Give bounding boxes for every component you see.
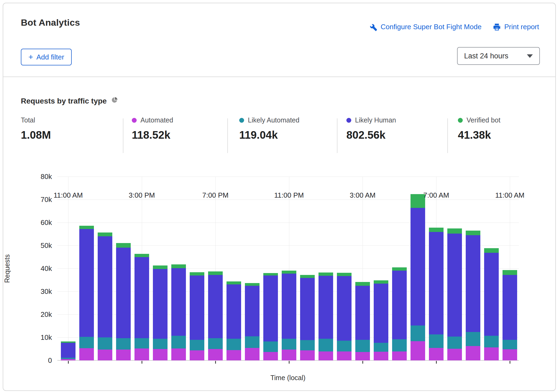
bar-group-13[interactable] [300,177,315,360]
bar-group-17[interactable] [374,177,388,360]
wrench-icon [369,23,378,31]
bar-segment-likely-automated [153,339,168,349]
bar-segment-automated [227,350,241,360]
page-title: Bot Analytics [21,17,80,28]
bar-segment-likely-automated [300,340,315,350]
bar-group-3[interactable] [116,177,131,360]
x-tick-label: 7:00 AM [423,191,449,200]
add-filter-label: Add filter [37,53,64,61]
bar-group-16[interactable] [355,177,370,360]
print-report-link[interactable]: Print report [493,23,539,31]
bar-segment-automated [263,352,278,360]
legend-dot [132,118,137,123]
bar-segment-likely-human [79,229,94,337]
bar-segment-verified-bot [227,281,241,284]
bar-segment-automated [282,350,296,360]
stat-likely-human[interactable]: Likely Human802.56k [346,116,396,141]
add-filter-button[interactable]: + Add filter [21,49,72,65]
y-tick-label: 60k [19,218,52,227]
bar-segment-automated [300,350,315,360]
bar-segment-likely-human [171,268,186,336]
bar-segment-likely-human [392,271,407,339]
bar-segment-likely-human [466,235,480,332]
bar-segment-verified-bot [503,270,517,275]
bar-segment-automated [98,350,112,360]
bar-segment-likely-automated [337,341,352,351]
bar-group-0[interactable] [61,177,76,360]
bar-group-12[interactable] [282,177,296,360]
stat-label: Likely Human [355,116,396,124]
x-tick-mark [142,361,142,364]
printer-icon [493,23,501,31]
bar-segment-likely-automated [208,338,223,349]
bar-segment-likely-automated [227,339,241,350]
bar-group-5[interactable] [153,177,168,360]
bar-group-15[interactable] [337,177,352,360]
bar-group-20[interactable] [429,177,444,360]
bar-segment-verified-bot [447,228,462,234]
stat-verified-bot[interactable]: Verified bot41.38k [458,116,500,141]
bar-segment-automated [208,349,223,360]
bar-group-24[interactable] [503,177,517,360]
bar-group-19[interactable] [411,177,425,360]
bar-segment-verified-bot [355,282,370,286]
bar-segment-likely-automated [61,358,76,359]
bar-segment-likely-automated [98,337,112,350]
bar-segment-automated [245,348,260,360]
bar-segment-automated [355,352,370,360]
bar-segment-likely-automated [503,340,517,349]
bot-analytics-card: Bot Analytics Configure Super Bot Fight … [3,3,556,391]
bar-segment-likely-automated [466,332,480,346]
time-range-dropdown[interactable]: Last 24 hours [457,47,540,65]
bar-segment-automated [190,350,204,360]
bar-group-22[interactable] [466,177,480,360]
stat-likely-automated[interactable]: Likely Automated119.04k [239,116,299,141]
bar-segment-verified-bot [392,267,407,271]
x-tick-mark [289,361,290,364]
bar-segment-likely-human [300,278,315,340]
y-tick-label: 10k [19,333,52,342]
bar-segment-likely-automated [484,336,499,347]
bar-segment-likely-human [355,286,370,340]
stat-divider [227,118,228,153]
bar-segment-verified-bot [300,275,315,278]
bar-segment-verified-bot [61,341,76,343]
bar-segment-automated [61,359,76,360]
pie-chart-icon [111,97,118,105]
bar-segment-likely-automated [263,341,278,352]
bar-group-10[interactable] [245,177,260,360]
x-tick-mark [215,361,216,364]
bar-segment-likely-human [208,275,223,338]
bar-group-7[interactable] [190,177,204,360]
x-axis-title: Time (local) [270,374,306,382]
configure-super-bot-fight-mode-link[interactable]: Configure Super Bot Fight Mode [369,23,482,31]
bar-segment-likely-automated [429,334,444,348]
bar-group-2[interactable] [98,177,112,360]
bar-group-14[interactable] [319,177,333,360]
x-tick-mark [68,361,69,364]
bar-group-1[interactable] [79,177,94,360]
bar-group-21[interactable] [447,177,462,360]
stat-total[interactable]: Total1.08M [21,116,51,141]
bar-segment-verified-bot [116,243,131,248]
bar-group-6[interactable] [171,177,186,360]
bar-segment-verified-bot [208,271,223,275]
bar-segment-likely-automated [190,340,204,350]
stat-divider [337,118,337,153]
y-tick-label: 80k [19,172,52,181]
bar-segment-verified-bot [263,273,278,275]
bar-group-9[interactable] [227,177,241,360]
requests-stacked-bar-chart [57,177,519,360]
bar-group-4[interactable] [134,177,149,360]
x-tick-label: 7:00 PM [202,191,229,200]
bar-segment-automated [319,351,333,360]
bar-group-11[interactable] [263,177,278,360]
stat-value: 1.08M [21,129,51,141]
bar-segment-verified-bot [411,194,425,208]
bar-group-18[interactable] [392,177,407,360]
bar-group-8[interactable] [208,177,223,360]
bar-group-23[interactable] [484,177,499,360]
stat-value: 119.04k [239,129,299,141]
stat-automated[interactable]: Automated118.52k [132,116,173,141]
legend-dot [458,118,463,123]
